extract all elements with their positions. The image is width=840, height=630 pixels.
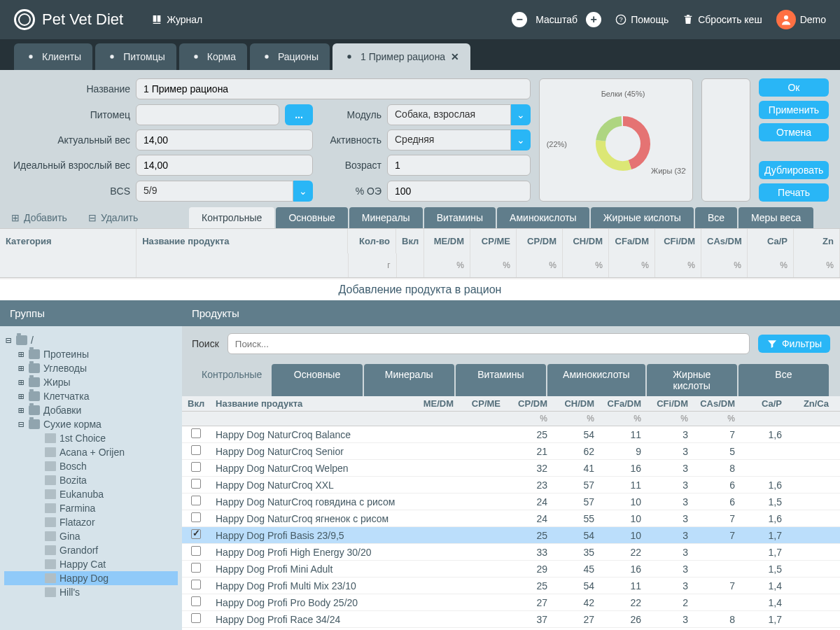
tree-folder[interactable]: ⊞Углеводы — [4, 361, 178, 375]
ok-button[interactable]: Ок — [759, 78, 829, 97]
product-row[interactable]: Happy Dog NaturCroq ягненок с рисом24551… — [182, 510, 840, 527]
product-row[interactable]: Happy Dog Profi High Energy 30/203335223… — [182, 544, 840, 561]
checkbox[interactable] — [191, 613, 201, 623]
nutri-tab[interactable]: Контрольные — [189, 207, 274, 228]
pet-input[interactable] — [136, 104, 279, 125]
help-button[interactable]: ? Помощь — [615, 14, 668, 25]
product-row[interactable]: Happy Dog NaturCroq Balance255411371,6 — [182, 426, 840, 443]
product-tab[interactable]: Основные — [272, 364, 362, 396]
product-tab[interactable]: Аминокислоты — [547, 364, 645, 396]
checkbox[interactable] — [191, 546, 201, 556]
actual-weight-input[interactable] — [136, 130, 313, 150]
checkbox[interactable] — [191, 512, 201, 522]
module-select[interactable]: Собака, взрослая — [387, 104, 511, 125]
module-dropdown-icon[interactable]: ⌄ — [511, 104, 531, 125]
svg-point-3 — [29, 55, 32, 58]
warnings-panel — [701, 78, 750, 202]
tree-root[interactable]: ⊟/ — [4, 333, 178, 347]
tree-item[interactable]: Eukanuba — [4, 487, 178, 501]
checkbox[interactable] — [191, 529, 201, 539]
product-row[interactable]: Happy Dog NaturCroq XXL235711361,6 — [182, 477, 840, 493]
product-row[interactable]: Happy Dog Profi Race 34/24372726381,7 — [182, 611, 840, 628]
filters-button[interactable]: Фильтры — [758, 335, 830, 353]
tree-folder[interactable]: ⊞Клетчатка — [4, 389, 178, 403]
journal-link[interactable]: Журнал — [151, 14, 202, 25]
tree-item[interactable]: Grandorf — [4, 543, 178, 557]
tab-питомцы[interactable]: Питомцы — [95, 43, 176, 70]
product-tab[interactable]: Витамины — [456, 364, 546, 396]
checkbox[interactable] — [191, 496, 201, 505]
product-tab[interactable]: Жирные кислоты — [647, 364, 737, 396]
activity-select[interactable]: Средняя — [387, 130, 511, 150]
tree-item[interactable]: Bosch — [4, 459, 178, 473]
bcs-select[interactable]: 5/9 — [136, 181, 293, 202]
checkbox[interactable] — [191, 462, 201, 472]
checkbox[interactable] — [191, 445, 201, 455]
svg-point-4 — [110, 55, 113, 58]
product-row[interactable]: Happy Dog NaturCroq Welpen32411638 — [182, 460, 840, 477]
checkbox[interactable] — [191, 563, 201, 573]
product-row[interactable]: Happy Dog NaturCroq говядина с рисом2457… — [182, 493, 840, 510]
oe-input[interactable] — [387, 181, 531, 202]
nutri-tab[interactable]: Аминокислоты — [497, 207, 589, 228]
apply-button[interactable]: Применить — [759, 101, 829, 119]
groups-header: Группы — [0, 300, 182, 326]
checkbox[interactable] — [191, 580, 201, 589]
tab-клиенты[interactable]: Клиенты — [14, 43, 92, 70]
nutri-tab[interactable]: Основные — [276, 207, 347, 228]
nutri-tab[interactable]: Витамины — [424, 207, 496, 228]
duplicate-button[interactable]: Дублировать — [759, 161, 829, 179]
nutri-tab[interactable]: Меры веса — [738, 207, 813, 228]
close-icon[interactable]: ✕ — [451, 51, 459, 62]
reset-cache-button[interactable]: Сбросить кеш — [682, 14, 762, 25]
delete-button[interactable]: ⊟Удалить — [88, 212, 138, 223]
search-input[interactable] — [227, 333, 750, 354]
checkbox[interactable] — [191, 428, 201, 438]
pet-lookup-button[interactable]: ... — [285, 104, 313, 125]
paw-icon — [344, 51, 355, 62]
zoom-in-button[interactable]: + — [586, 12, 601, 27]
product-row[interactable]: Happy Dog Profi Mini Adult29451631,5 — [182, 561, 840, 578]
tree-folder[interactable]: ⊞Добавки — [4, 403, 178, 417]
tree-item[interactable]: Happy Cat — [4, 557, 178, 571]
nutri-tab[interactable]: Минералы — [349, 207, 423, 228]
tab-корма[interactable]: Корма — [179, 43, 247, 70]
main-tabs: КлиентыПитомцыКормаРационы1 Пример рацио… — [0, 39, 840, 70]
product-tab[interactable]: Все — [738, 364, 829, 396]
tree-item[interactable]: 1st Choice — [4, 431, 178, 445]
tree-item[interactable]: Gina — [4, 529, 178, 543]
name-input[interactable] — [136, 78, 531, 99]
ideal-weight-input[interactable] — [136, 155, 313, 176]
checkbox[interactable] — [191, 596, 201, 606]
nutri-tab[interactable]: Все — [695, 207, 737, 228]
tab-рационы[interactable]: Рационы — [250, 43, 330, 70]
product-row[interactable]: Happy Dog NaturCroq Senior2162935 — [182, 443, 840, 460]
tree-folder[interactable]: ⊞Протеины — [4, 347, 178, 361]
avatar-icon — [776, 10, 796, 29]
product-row[interactable]: Happy Dog Profi Basis 23/9,5255410371,7 — [182, 527, 840, 544]
age-input[interactable] — [387, 155, 531, 176]
bcs-dropdown-icon[interactable]: ⌄ — [293, 181, 313, 202]
tree-item[interactable]: Bozita — [4, 473, 178, 487]
tab-1-пример-рациона[interactable]: 1 Пример рациона✕ — [332, 43, 470, 70]
product-row[interactable]: Happy Dog Profi Multi Mix 23/10255411371… — [182, 578, 840, 594]
tree-item[interactable]: Happy Dog — [4, 571, 178, 585]
product-row[interactable]: Happy Dog Profi Pro Body 25/2027422221,4 — [182, 594, 840, 611]
tree-item[interactable]: Flatazor — [4, 515, 178, 529]
tree-item[interactable]: Farmina — [4, 501, 178, 515]
checkbox[interactable] — [191, 479, 201, 489]
nutri-tab[interactable]: Жирные кислоты — [591, 207, 694, 228]
cancel-button[interactable]: Отмена — [759, 123, 829, 141]
activity-dropdown-icon[interactable]: ⌄ — [511, 130, 531, 150]
user-menu[interactable]: Demo — [776, 10, 826, 29]
print-button[interactable]: Печать — [759, 183, 829, 202]
product-tab[interactable]: Минералы — [364, 364, 454, 396]
add-button[interactable]: ⊞Добавить — [11, 212, 67, 223]
tree-item[interactable]: Hill's — [4, 585, 178, 599]
tree-folder[interactable]: ⊞Жиры — [4, 375, 178, 389]
svg-point-6 — [265, 55, 268, 58]
zoom-out-button[interactable]: − — [512, 12, 527, 27]
tree-item[interactable]: Acana + Orijen — [4, 445, 178, 459]
app-logo: Pet Vet Diet — [14, 9, 123, 30]
tree-folder[interactable]: ⊟Сухие корма — [4, 417, 178, 431]
